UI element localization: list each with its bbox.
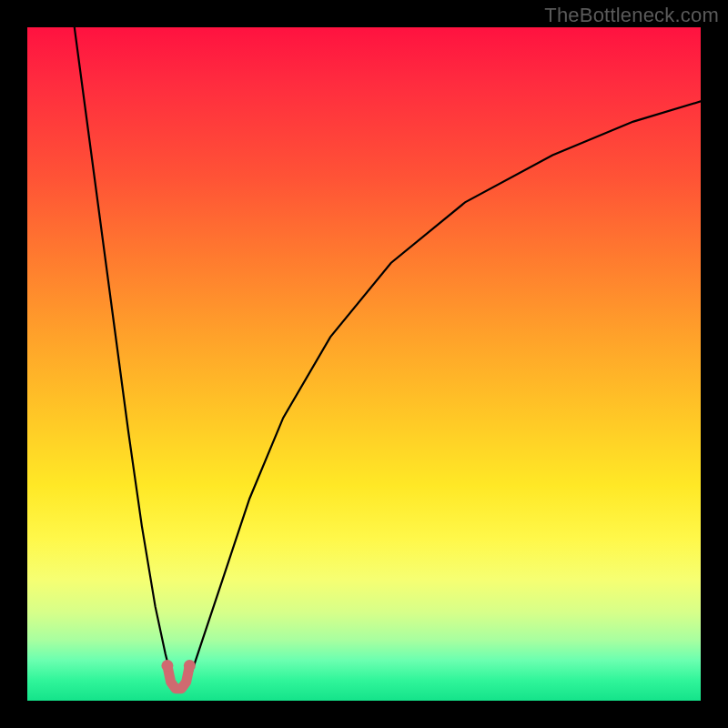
curve-layer (27, 27, 701, 701)
svg-point-0 (161, 660, 173, 672)
left-curve (75, 27, 172, 681)
plot-area (27, 27, 701, 701)
right-curve (189, 101, 701, 680)
valley-marker-dots (161, 660, 195, 672)
chart-frame: TheBottleneck.com (0, 0, 728, 728)
svg-point-1 (184, 660, 196, 672)
watermark-text: TheBottleneck.com (544, 4, 719, 27)
